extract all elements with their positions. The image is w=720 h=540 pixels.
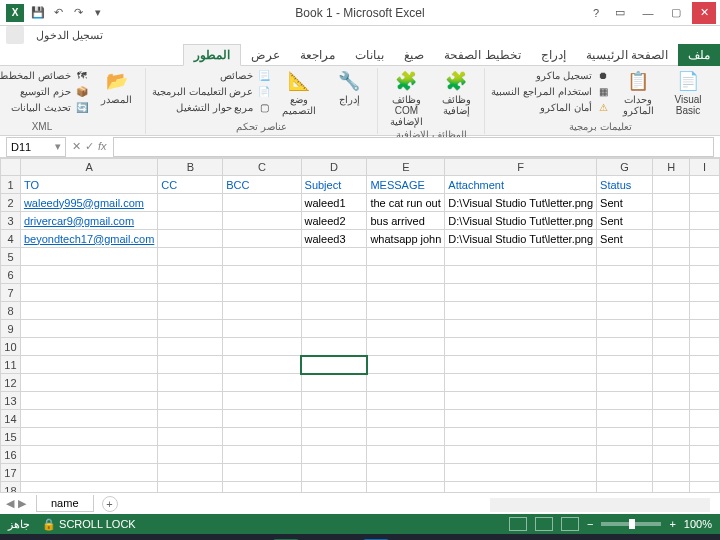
view-normal-button[interactable] <box>509 517 527 531</box>
cell-D15[interactable] <box>301 428 367 446</box>
cell-A8[interactable] <box>20 302 157 320</box>
cell-E10[interactable] <box>367 338 445 356</box>
cell-E3[interactable]: bus arrived <box>367 212 445 230</box>
cell-I16[interactable] <box>690 446 720 464</box>
cell-E6[interactable] <box>367 266 445 284</box>
view-code-button[interactable]: 📄عرض التعليمات البرمجية <box>152 84 272 98</box>
cell-I7[interactable] <box>690 284 720 302</box>
cell-B9[interactable] <box>158 320 223 338</box>
qat-save-icon[interactable]: 💾 <box>30 5 46 21</box>
cell-A14[interactable] <box>20 410 157 428</box>
cell-H11[interactable] <box>652 356 689 374</box>
tab-formulas[interactable]: صيغ <box>394 44 434 66</box>
cell-H5[interactable] <box>652 248 689 266</box>
cell-A7[interactable] <box>20 284 157 302</box>
cell-G2[interactable]: Sent <box>597 194 653 212</box>
insert-control-button[interactable]: 🔧إدراج <box>327 68 371 107</box>
cell-G4[interactable]: Sent <box>597 230 653 248</box>
close-icon[interactable]: ✕ <box>692 2 716 24</box>
enter-formula-icon[interactable]: ✓ <box>85 140 94 153</box>
cell-H13[interactable] <box>652 392 689 410</box>
cell-H1[interactable] <box>652 176 689 194</box>
cell-A13[interactable] <box>20 392 157 410</box>
cell-E11[interactable] <box>367 356 445 374</box>
cell-E16[interactable] <box>367 446 445 464</box>
cell-D14[interactable] <box>301 410 367 428</box>
cell-B8[interactable] <box>158 302 223 320</box>
cell-G14[interactable] <box>597 410 653 428</box>
cell-E13[interactable] <box>367 392 445 410</box>
tab-developer[interactable]: المطور <box>183 44 241 66</box>
cell-I2[interactable] <box>690 194 720 212</box>
cell-B18[interactable] <box>158 482 223 493</box>
cell-I1[interactable] <box>690 176 720 194</box>
cell-C16[interactable] <box>223 446 301 464</box>
cell-D5[interactable] <box>301 248 367 266</box>
cell-E7[interactable] <box>367 284 445 302</box>
cell-F12[interactable] <box>445 374 597 392</box>
cell-D9[interactable] <box>301 320 367 338</box>
cell-G1[interactable]: Status <box>597 176 653 194</box>
visual-basic-button[interactable]: 📄Visual Basic <box>666 68 710 118</box>
macro-security-button[interactable]: ⚠أمان الماكرو <box>491 100 610 114</box>
cell-F17[interactable] <box>445 464 597 482</box>
fx-icon[interactable]: fx <box>98 140 107 153</box>
cell-I14[interactable] <box>690 410 720 428</box>
help-icon[interactable]: ? <box>588 5 604 21</box>
cell-D1[interactable]: Subject <box>301 176 367 194</box>
expansion-packs-button[interactable]: 📦حزم التوسيع <box>0 84 89 98</box>
cell-G17[interactable] <box>597 464 653 482</box>
cell-A9[interactable] <box>20 320 157 338</box>
cell-H8[interactable] <box>652 302 689 320</box>
qat-redo-icon[interactable]: ↷ <box>70 5 86 21</box>
col-header-H[interactable]: H <box>652 159 689 176</box>
tab-home[interactable]: الصفحة الرئيسية <box>576 44 678 66</box>
sheet-tab[interactable]: name <box>36 495 94 512</box>
relative-refs-button[interactable]: ▦استخدام المراجع النسبية <box>491 84 610 98</box>
col-header-G[interactable]: G <box>597 159 653 176</box>
cell-E18[interactable] <box>367 482 445 493</box>
cell-F18[interactable] <box>445 482 597 493</box>
col-header-F[interactable]: F <box>445 159 597 176</box>
cell-C17[interactable] <box>223 464 301 482</box>
view-pagebreak-button[interactable] <box>561 517 579 531</box>
cell-G6[interactable] <box>597 266 653 284</box>
row-header-7[interactable]: 7 <box>1 284 21 302</box>
cell-C9[interactable] <box>223 320 301 338</box>
refresh-data-button[interactable]: 🔄تحديث البيانات <box>0 100 89 114</box>
cell-F11[interactable] <box>445 356 597 374</box>
addins-button[interactable]: 🧩وظائف إضافية <box>434 68 478 118</box>
cell-A10[interactable] <box>20 338 157 356</box>
cell-G9[interactable] <box>597 320 653 338</box>
cell-F13[interactable] <box>445 392 597 410</box>
tab-file[interactable]: ملف <box>678 44 720 66</box>
com-addins-button[interactable]: 🧩وظائف COM الإضافية <box>384 68 428 129</box>
cell-I12[interactable] <box>690 374 720 392</box>
cell-B13[interactable] <box>158 392 223 410</box>
cell-D2[interactable]: waleed1 <box>301 194 367 212</box>
cell-E9[interactable] <box>367 320 445 338</box>
cell-C1[interactable]: BCC <box>223 176 301 194</box>
cell-E1[interactable]: MESSAGE <box>367 176 445 194</box>
row-header-18[interactable]: 18 <box>1 482 21 493</box>
cell-C10[interactable] <box>223 338 301 356</box>
cell-I4[interactable] <box>690 230 720 248</box>
formula-input[interactable] <box>113 137 714 157</box>
row-header-13[interactable]: 13 <box>1 392 21 410</box>
cell-A3[interactable]: drivercar9@gmail.com <box>20 212 157 230</box>
cell-G5[interactable] <box>597 248 653 266</box>
cell-A11[interactable] <box>20 356 157 374</box>
row-header-1[interactable]: 1 <box>1 176 21 194</box>
cell-A17[interactable] <box>20 464 157 482</box>
cell-B6[interactable] <box>158 266 223 284</box>
cell-F14[interactable] <box>445 410 597 428</box>
cell-G15[interactable] <box>597 428 653 446</box>
col-header-I[interactable]: I <box>690 159 720 176</box>
cell-E5[interactable] <box>367 248 445 266</box>
cell-G10[interactable] <box>597 338 653 356</box>
cell-B12[interactable] <box>158 374 223 392</box>
tab-review[interactable]: مراجعة <box>290 44 345 66</box>
cell-I18[interactable] <box>690 482 720 493</box>
cell-E2[interactable]: the cat run out <box>367 194 445 212</box>
col-header-C[interactable]: C <box>223 159 301 176</box>
